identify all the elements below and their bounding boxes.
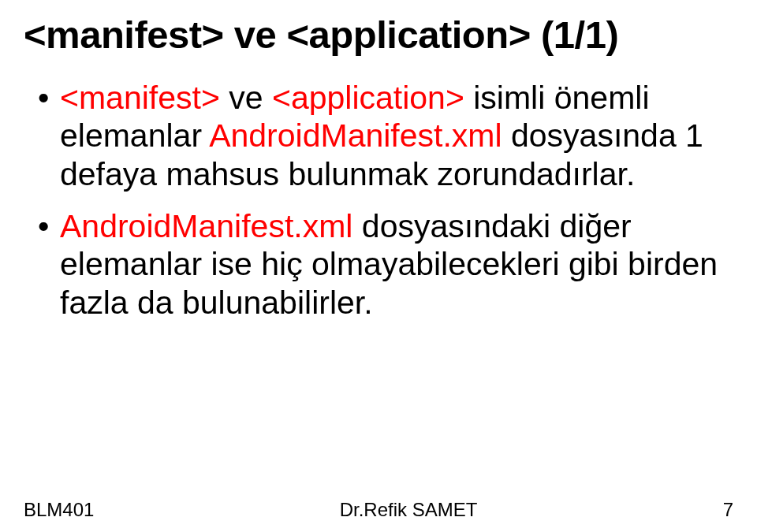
footer-author: Dr.Refik SAMET: [94, 499, 722, 521]
footer-page-number: 7: [723, 499, 733, 521]
highlight-text: AndroidManifest.xml: [209, 117, 511, 154]
body-text: ve: [229, 80, 272, 116]
slide: <manifest> ve <application> (1/1) <manif…: [0, 0, 757, 532]
footer-course-code: BLM401: [24, 499, 94, 521]
slide-footer: BLM401 Dr.Refik SAMET 7: [24, 499, 733, 521]
highlight-text: AndroidManifest.xml: [60, 208, 362, 244]
highlight-text: <manifest>: [60, 80, 229, 116]
bullet-2: AndroidManifest.xml dosyasındaki diğer e…: [38, 207, 733, 322]
bullet-1: <manifest> ve <application> isimli öneml…: [38, 79, 733, 193]
slide-title: <manifest> ve <application> (1/1): [24, 14, 733, 57]
highlight-text: <application>: [272, 80, 473, 116]
slide-content: <manifest> ve <application> isimli öneml…: [24, 79, 733, 322]
